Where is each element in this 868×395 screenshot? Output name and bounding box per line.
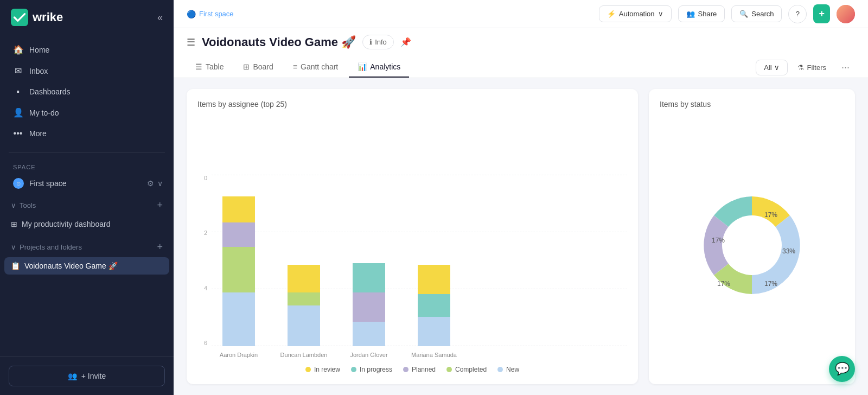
legend-completed: Completed: [446, 366, 487, 373]
sidebar-footer: 👥 + Invite: [0, 356, 174, 395]
tab-analytics[interactable]: 📊 Analytics: [349, 57, 409, 78]
projects-chevron-icon: ∨: [11, 243, 16, 251]
bar-segment-new: [222, 292, 255, 346]
bar-segment-completed: [222, 247, 255, 292]
bar-chart-card: Items by assignee (top 25) 6 4 2 0: [187, 89, 638, 384]
filter-icon: ⚗: [797, 63, 804, 72]
legend-dot-inprogress: [351, 367, 356, 372]
space-icon: ⊙: [13, 178, 24, 189]
bar-stack: [418, 265, 450, 346]
legend-dot-new: [497, 367, 503, 372]
help-button[interactable]: ?: [788, 5, 807, 23]
sidebar-item-more[interactable]: ••• More: [7, 123, 167, 144]
bar-stack: [288, 265, 320, 346]
board-icon: ⊞: [243, 62, 250, 71]
page-title: Voidonauts Video Game 🚀: [202, 35, 356, 49]
main-nav: 🏠 Home ✉ Inbox ▪ Dashboards 👤 My to-do •…: [0, 35, 174, 148]
sidebar-item-voidonauts[interactable]: 📋 Voidonauts Video Game 🚀: [4, 257, 169, 275]
bar-label-duncan: Duncan Lambden: [280, 352, 328, 358]
person-icon: 👤: [13, 107, 23, 118]
bar-segment-new: [418, 317, 450, 346]
donut-svg: 17% 33% 17% 17% 17%: [692, 186, 812, 305]
more-icon: •••: [13, 129, 23, 138]
breadcrumb[interactable]: 🔵 First space: [187, 10, 234, 18]
sidebar: wrike « 🏠 Home ✉ Inbox ▪ Dashboards 👤 My…: [0, 0, 174, 395]
search-button[interactable]: 🔍 Search: [731, 5, 782, 22]
bar-segment-completed: [288, 292, 320, 305]
sidebar-item-dashboards[interactable]: ▪ Dashboards: [7, 81, 167, 102]
tab-board[interactable]: ⊞ Board: [234, 57, 282, 78]
bar-segment-planned: [222, 222, 255, 247]
pin-icon[interactable]: 📌: [400, 37, 411, 47]
bar-segment-new: [288, 305, 320, 346]
bar-segment-planned: [353, 292, 385, 322]
more-options-button[interactable]: ···: [836, 59, 855, 77]
sidebar-item-inbox[interactable]: ✉ Inbox: [7, 60, 167, 81]
legend-dot-inreview: [305, 367, 311, 372]
bar-segment-inreview: [288, 265, 320, 292]
avatar-image: [837, 5, 855, 23]
sidebar-header: wrike «: [0, 0, 174, 35]
bar-label-jordan: Jordan Glover: [350, 352, 387, 358]
share-button[interactable]: 👥 Share: [678, 5, 725, 22]
bar-group-aaron: Aaron Drapkin: [222, 196, 255, 346]
bar-segment-inreview: [222, 196, 255, 222]
tools-add-button[interactable]: +: [157, 200, 163, 211]
invite-button[interactable]: 👥 + Invite: [9, 366, 165, 386]
topbar: 🔵 First space ⚡ Automation ∨ 👥 Share 🔍 S…: [174, 0, 868, 28]
info-icon: ℹ: [369, 38, 372, 46]
space-first[interactable]: ⊙ First space ⚙ ∨: [4, 174, 169, 193]
space-actions: ⚙ ∨: [147, 179, 163, 188]
logo[interactable]: wrike: [11, 9, 63, 26]
automation-button[interactable]: ⚡ Automation ∨: [599, 5, 672, 22]
analytics-icon: 📊: [358, 62, 367, 71]
sidebar-item-mytodo[interactable]: 👤 My to-do: [7, 102, 167, 123]
chat-bubble-button[interactable]: 💬: [829, 356, 855, 382]
projects-section: ∨ Projects and folders + 📋 Voidonauts Vi…: [0, 235, 174, 277]
bar-group-duncan: Duncan Lambden: [288, 265, 320, 346]
projects-toggle[interactable]: ∨ Projects and folders: [11, 243, 82, 251]
projects-add-button[interactable]: +: [157, 241, 163, 253]
sidebar-item-home[interactable]: 🏠 Home: [7, 39, 167, 60]
avatar[interactable]: [837, 5, 855, 23]
tabs-row: ☰ Table ⊞ Board ≡ Gantt chart 📊 Analytic…: [174, 57, 868, 78]
sidebar-divider: [9, 152, 165, 153]
bar-label-aaron: Aaron Drapkin: [220, 352, 258, 358]
invite-icon: 👥: [68, 372, 77, 380]
tab-table[interactable]: ☰ Table: [187, 57, 232, 78]
projects-header: ∨ Projects and folders +: [4, 237, 169, 257]
add-button[interactable]: +: [813, 4, 830, 23]
chat-icon: 💬: [835, 362, 850, 376]
info-button[interactable]: ℹ Info: [362, 35, 394, 49]
home-icon: 🏠: [13, 44, 23, 55]
filters-button[interactable]: ⚗ Filters: [790, 60, 834, 75]
legend-in-progress: In progress: [351, 366, 392, 373]
donut-label-purple: 17%: [717, 280, 730, 288]
tab-gantt[interactable]: ≡ Gantt chart: [284, 57, 347, 78]
svg-rect-0: [11, 9, 28, 26]
tools-section: ∨ Tools + ⊞ My productivity dashboard: [0, 193, 174, 235]
page-header: ☰ Voidonauts Video Game 🚀 ℹ Info 📌: [174, 28, 868, 57]
bar-stack: [222, 196, 255, 346]
all-dropdown[interactable]: All ∨: [756, 60, 787, 75]
chart-plot: Aaron Drapkin Duncan Lambden: [212, 175, 627, 359]
table-icon: ☰: [195, 62, 202, 71]
bars-container: Aaron Drapkin Duncan Lambden: [212, 175, 627, 346]
main-content: 🔵 First space ⚡ Automation ∨ 👥 Share 🔍 S…: [174, 0, 868, 395]
tools-toggle[interactable]: ∨ Tools: [11, 201, 36, 209]
space-expand-icon[interactable]: ∨: [157, 179, 163, 188]
inbox-icon: ✉: [13, 66, 23, 76]
bar-chart-legend: In review In progress Planned Completed …: [197, 366, 627, 373]
sidebar-item-dashboard[interactable]: ⊞ My productivity dashboard: [4, 215, 169, 233]
donut-label-green: 17%: [764, 280, 777, 288]
collapse-sidebar-button[interactable]: «: [157, 12, 163, 23]
topbar-actions: ⚡ Automation ∨ 👥 Share 🔍 Search ? +: [599, 4, 855, 23]
bar-group-mariana: Mariana Samuda: [418, 265, 450, 346]
bar-segment-inprogress: [353, 263, 385, 292]
space-settings-icon[interactable]: ⚙: [147, 179, 154, 188]
donut-label-yellow: 17%: [764, 211, 777, 219]
dashboard-item-icon: ⊞: [11, 220, 17, 228]
page-title-icon: ☰: [187, 36, 195, 48]
automation-chevron-icon: ∨: [658, 10, 663, 18]
dashboards-icon: ▪: [13, 87, 23, 97]
